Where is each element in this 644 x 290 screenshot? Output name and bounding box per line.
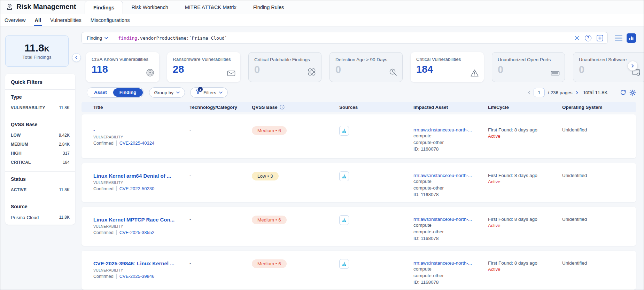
table-settings-button[interactable] [629,89,636,96]
filters-dropdown[interactable]: 3 Filters [190,87,228,98]
col-technology-category[interactable]: Technology/Category [189,105,252,110]
finding-title-link[interactable]: Linux Kernel MPTCP Race Con... [93,217,180,223]
impacted-asset-link[interactable]: rrn:aws:instance:eu-north-... [413,217,482,222]
source-prisma-cloud[interactable] [339,126,349,136]
col-qvss-base[interactable]: QVSS Base [252,105,339,110]
sidebar-collapse-button[interactable] [72,53,81,62]
finding-row[interactable]: - VULNERABILITY Confirmed CVE-2025-40324… [82,114,636,158]
kpi-critical-vulnerabilities[interactable]: Critical Vulnerabilities 184 [411,52,484,82]
cisa-seal-icon [146,69,154,78]
page-title: Risk Management [16,3,76,11]
col-title[interactable]: Title [93,105,189,110]
col-operating-system[interactable]: Operating System [562,105,636,110]
kpi-critical-patchable-findings[interactable]: Critical Patchable Findings 0 [248,52,321,82]
finding-type: VULNERABILITY [93,224,189,228]
subnav-vulnerabilities[interactable]: Vulnerabilities [50,14,82,26]
query-scope-dropdown[interactable]: Finding [87,35,108,41]
first-found: First Found: 8 days ago [488,173,562,178]
operating-system: Unidentified [562,260,636,266]
toggle-asset[interactable]: Asset [88,88,113,97]
technology-category: - [189,173,252,178]
page-number-input[interactable]: 1 [534,88,545,97]
kpi-scroll-next-button[interactable] [628,61,637,71]
main-content: Finding finding.vendorProductName:`Prism… [76,26,644,290]
refresh-button[interactable] [620,89,626,96]
filters-sidebar: 11.8K Total Findings Quick Filters Type … [0,26,76,290]
filter-item-medium[interactable]: MEDIUM 2.84K [11,140,70,149]
query-input[interactable]: finding.vendorProductName:`Prisma Cloud` [118,35,227,41]
toggle-finding[interactable]: Finding [113,88,143,97]
chevron-right-icon [631,64,634,68]
prev-page-button[interactable] [528,91,530,95]
prisma-cloud-icon [341,174,347,179]
cve-link[interactable]: CVE-2025-39846 [119,274,154,279]
subnav-overview[interactable]: Overview [5,14,25,26]
filter-item-vulnerability[interactable]: VULNERABILITY 11.8K [11,103,70,112]
prisma-cloud-icon [341,217,347,223]
prisma-cloud-icon [341,261,347,267]
finding-title-link[interactable]: - [93,127,180,133]
source-prisma-cloud[interactable] [339,259,349,269]
module-tabs: Findings Risk Workbench MITRE ATT&CK Mat… [85,1,292,14]
cve-link[interactable]: CVE-2025-38552 [119,230,154,235]
lifecycle-state: Active [488,267,562,272]
tab-risk-workbench[interactable]: Risk Workbench [123,1,176,14]
impacted-asset-link[interactable]: rrn:aws:instance:eu-north-... [413,173,482,178]
filter-item-active[interactable]: ACTIVE 11.8K [11,185,70,194]
impacted-asset-link[interactable]: rrn:aws:instance:eu-north-... [413,127,482,132]
chevron-down-icon [219,91,223,94]
operating-system: Unidentified [562,217,636,222]
tab-findings[interactable]: Findings [85,1,123,14]
cve-link[interactable]: CVE-2025-40324 [119,140,154,146]
finding-row[interactable]: CVE-2025-39846: Linux Kernel ... VULNERA… [82,251,636,290]
chevron-down-icon [176,91,180,94]
technology-category: - [189,217,252,222]
clear-query-button[interactable] [574,35,580,41]
info-icon[interactable] [280,105,285,110]
list-view-button[interactable] [615,35,622,41]
bar-chart-icon [629,35,634,41]
sub-nav: Overview All Vulnerabilities Misconfigur… [0,14,644,26]
kpi-cisa-known-vulnerabilities[interactable]: CISA Known Vulnerabilities 118 [86,52,159,82]
open-ports-icon [551,70,560,78]
finding-type: VULNERABILITY [93,268,189,272]
col-lifecycle[interactable]: LifeCycle [488,105,562,110]
first-found: First Found: 8 days ago [488,260,562,266]
filter-item-critical[interactable]: CRITICAL 184 [11,158,70,167]
chevron-left-icon [75,56,78,59]
finding-row[interactable]: Linux Kernel arm64 Denial of ... VULNERA… [82,163,636,202]
app-brand: Risk Management [6,3,76,11]
lifecycle-state: Active [488,134,562,139]
group-by-dropdown[interactable]: Group by [149,87,185,98]
col-sources[interactable]: Sources [339,105,413,110]
tab-mitre-matrix[interactable]: MITRE ATT&CK Matrix [177,1,245,14]
tab-finding-rules[interactable]: Finding Rules [245,1,293,14]
source-prisma-cloud[interactable] [339,215,349,225]
subnav-all[interactable]: All [34,14,41,26]
kpi-detection-age[interactable]: Detection Age > 90 Days 0 [329,52,403,82]
finding-title-link[interactable]: Linux Kernel arm64 Denial of ... [93,173,180,179]
filter-item-prisma-cloud[interactable]: Prisma Cloud 11.8K [11,213,70,222]
quick-filters-title: Quick Filters [11,79,70,85]
kpi-unauthorized-open-ports[interactable]: Unauthorized Open Ports 0 [492,52,565,82]
findings-list: - VULNERABILITY Confirmed CVE-2025-40324… [82,114,636,290]
query-help-button[interactable]: ? [585,35,591,41]
finding-row[interactable]: Linux Kernel MPTCP Race Con... VULNERABI… [82,207,636,246]
cve-link[interactable]: CVE-2022-50230 [119,186,154,191]
filter-item-high[interactable]: HIGH 317 [11,149,70,158]
subnav-misconfigurations[interactable]: Misconfigurations [91,14,130,26]
finding-title-link[interactable]: CVE-2025-39846: Linux Kernel ... [93,260,180,266]
kpi-cards-row: CISA Known Vulnerabilities 118 Ransomwar… [82,52,636,82]
results-toolbar: Asset Finding Group by 3 Filters 1 [82,87,636,98]
col-impacted-asset[interactable]: Impacted Asset [413,105,488,110]
filter-item-low[interactable]: LOW 8.42K [11,131,70,140]
source-prisma-cloud[interactable] [339,171,349,181]
kpi-ransomware-vulnerabilities[interactable]: Ransomware Vulnerabilities 28 [167,52,240,82]
first-found: First Found: 8 days ago [488,127,562,132]
next-page-button[interactable] [576,91,579,95]
query-builder[interactable]: Finding finding.vendorProductName:`Prism… [82,32,608,44]
chart-view-button[interactable] [627,33,636,43]
impacted-asset-link[interactable]: rrn:aws:instance:eu-north-... [413,260,482,266]
add-query-button[interactable] [597,35,603,41]
operating-system: Unidentified [562,173,636,178]
